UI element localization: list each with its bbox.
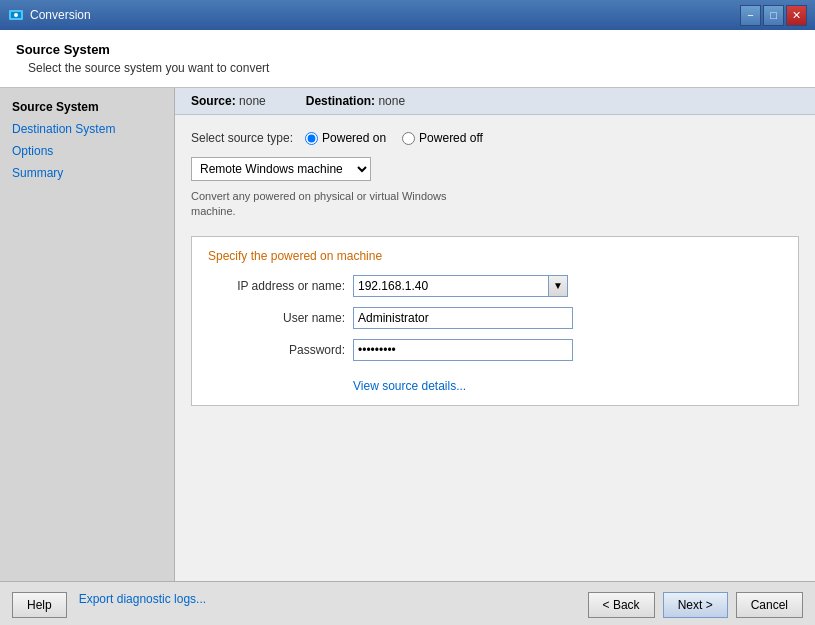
- helper-text: Convert any powered on physical or virtu…: [191, 189, 491, 220]
- page-subtitle: Select the source system you want to con…: [16, 61, 799, 75]
- username-input[interactable]: [353, 307, 573, 329]
- back-button[interactable]: < Back: [588, 592, 655, 618]
- ip-address-input[interactable]: [353, 275, 548, 297]
- machine-type-row: Remote Windows machine: [191, 157, 799, 181]
- footer-left: Help Export diagnostic logs...: [12, 592, 210, 618]
- source-dest-bar: Source: none Destination: none: [175, 88, 815, 115]
- maximize-button[interactable]: □: [763, 5, 784, 26]
- powered-off-radio[interactable]: [402, 132, 415, 145]
- sidebar-item-source-system[interactable]: Source System: [0, 96, 174, 118]
- page-title: Source System: [16, 42, 799, 57]
- password-label: Password:: [208, 343, 353, 357]
- ip-address-label: IP address or name:: [208, 279, 353, 293]
- export-logs-link[interactable]: Export diagnostic logs...: [75, 592, 210, 618]
- ip-address-field: IP address or name: ▼: [208, 275, 782, 297]
- window-controls: − □ ✕: [740, 5, 807, 26]
- sidebar-item-options[interactable]: Options: [0, 140, 174, 162]
- help-button[interactable]: Help: [12, 592, 67, 618]
- password-field: Password:: [208, 339, 782, 361]
- machine-type-select[interactable]: Remote Windows machine: [191, 157, 371, 181]
- username-field: User name:: [208, 307, 782, 329]
- window-title: Conversion: [30, 8, 740, 22]
- powered-on-section: Specify the powered on machine IP addres…: [191, 236, 799, 406]
- source-type-label: Select source type:: [191, 131, 293, 145]
- right-panel: Source: none Destination: none Select so…: [175, 88, 815, 581]
- footer-right: < Back Next > Cancel: [588, 592, 803, 618]
- powered-off-radio-item[interactable]: Powered off: [402, 131, 483, 145]
- destination-indicator: Destination: none: [306, 94, 405, 108]
- svg-point-2: [14, 13, 18, 17]
- next-button[interactable]: Next >: [663, 592, 728, 618]
- form-area: Select source type: Powered on Powered o…: [175, 115, 815, 422]
- source-type-row: Select source type: Powered on Powered o…: [191, 131, 799, 145]
- cancel-button[interactable]: Cancel: [736, 592, 803, 618]
- close-button[interactable]: ✕: [786, 5, 807, 26]
- titlebar: Conversion − □ ✕: [0, 0, 815, 30]
- powered-on-radio-item[interactable]: Powered on: [305, 131, 386, 145]
- minimize-button[interactable]: −: [740, 5, 761, 26]
- main-content: Source System Destination System Options…: [0, 88, 815, 581]
- username-label: User name:: [208, 311, 353, 325]
- password-input[interactable]: [353, 339, 573, 361]
- ip-dropdown-button[interactable]: ▼: [548, 275, 568, 297]
- ip-input-wrapper: ▼: [353, 275, 568, 297]
- powered-on-radio[interactable]: [305, 132, 318, 145]
- page-header: Source System Select the source system y…: [0, 30, 815, 88]
- power-state-radio-group: Powered on Powered off: [305, 131, 483, 145]
- sidebar-item-summary[interactable]: Summary: [0, 162, 174, 184]
- footer: Help Export diagnostic logs... < Back Ne…: [0, 581, 815, 625]
- sidebar: Source System Destination System Options…: [0, 88, 175, 581]
- app-icon: [8, 7, 24, 23]
- sidebar-item-destination-system[interactable]: Destination System: [0, 118, 174, 140]
- view-source-details-link[interactable]: View source details...: [353, 379, 466, 393]
- powered-on-section-title: Specify the powered on machine: [208, 249, 782, 263]
- source-indicator: Source: none: [191, 94, 266, 108]
